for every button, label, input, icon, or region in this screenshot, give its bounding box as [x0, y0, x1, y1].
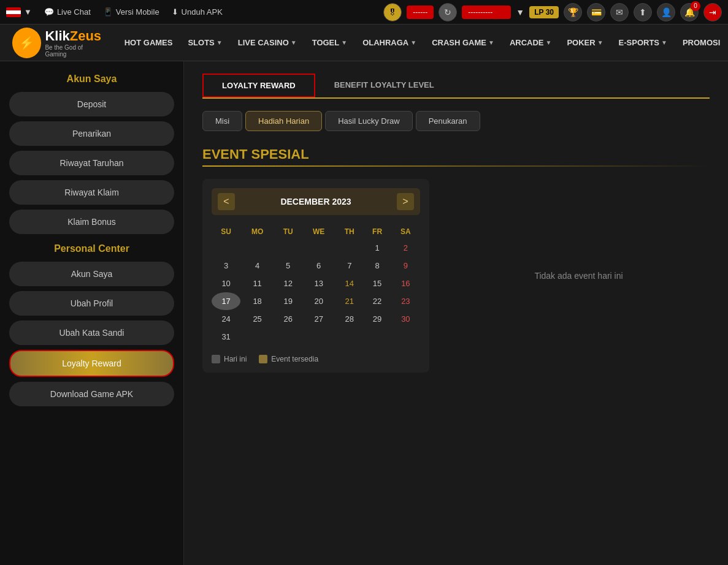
- calendar-day: [302, 328, 335, 346]
- calendar-day[interactable]: 25: [240, 310, 274, 328]
- calendar-day[interactable]: 31: [212, 328, 240, 346]
- calendar-day-headers: SU MO TU WE TH FR SA: [212, 224, 420, 239]
- calendar-day[interactable]: 21: [335, 292, 363, 310]
- nav-arcade[interactable]: ARCADE ▼: [504, 33, 558, 52]
- calendar-day[interactable]: 4: [240, 257, 274, 275]
- calendar-day[interactable]: 26: [274, 310, 302, 328]
- download-apk-button[interactable]: Download Game APK: [9, 382, 174, 406]
- calendar-day: [240, 239, 274, 257]
- sub-tab-hadiah-harian-label: Hadiah Harian: [258, 116, 309, 126]
- calendar-day[interactable]: 9: [391, 257, 420, 275]
- profile-icon-btn[interactable]: 👤: [657, 3, 675, 21]
- klaim-bonus-button[interactable]: Klaim Bonus: [9, 210, 174, 234]
- ubah-kata-sandi-button[interactable]: Ubah Kata Sandi: [9, 320, 174, 345]
- nav-live-casino[interactable]: LIVE CASINO ▼: [232, 33, 303, 52]
- calendar-day[interactable]: 6: [302, 257, 335, 275]
- sub-tab-hasil-lucky-draw[interactable]: Hasil Lucky Draw: [325, 111, 412, 131]
- nav-crash-game[interactable]: CRASH GAME ▼: [426, 33, 500, 52]
- calendar-day[interactable]: 18: [240, 292, 274, 310]
- logo-area: ⚡ KlikZeus Be the God of Gaming: [12, 28, 103, 58]
- sub-tab-hadiah-harian[interactable]: Hadiah Harian: [245, 111, 322, 131]
- calendar-day[interactable]: 10: [212, 275, 240, 292]
- nav-hot-games[interactable]: HOT GAMES: [118, 33, 179, 52]
- calendar-day[interactable]: 19: [274, 292, 302, 310]
- arcade-arrow-icon: ▼: [546, 39, 552, 46]
- sub-tab-misi[interactable]: Misi: [202, 111, 242, 131]
- nav-togel[interactable]: TOGEL ▼: [306, 33, 353, 52]
- calendar-day[interactable]: 29: [363, 310, 391, 328]
- olahraga-arrow-icon: ▼: [410, 39, 416, 46]
- calendar-week-row: 31: [212, 328, 420, 346]
- calendar-day[interactable]: 28: [335, 310, 363, 328]
- dropdown-arrow[interactable]: ▼: [516, 7, 524, 17]
- nav-arcade-label: ARCADE: [510, 38, 544, 47]
- calendar-day[interactable]: 5: [274, 257, 302, 275]
- coin-icon-btn[interactable]: 🎖: [383, 3, 402, 21]
- cal-next-button[interactable]: >: [397, 193, 414, 210]
- riwayat-klaim-button[interactable]: Riwayat Klaim: [9, 180, 174, 205]
- live-chat-link[interactable]: 💬 Live Chat: [44, 7, 91, 17]
- live-chat-label: Live Chat: [57, 7, 91, 17]
- calendar-day[interactable]: 23: [391, 292, 420, 310]
- nav-promosi[interactable]: PROMOSI: [676, 33, 726, 52]
- nav-olahraga[interactable]: OLAHRAGA ▼: [356, 33, 423, 52]
- calendar-day[interactable]: 11: [240, 275, 274, 292]
- nav-poker[interactable]: POKER ▼: [561, 33, 609, 52]
- mobile-label: Versi Mobile: [116, 7, 159, 17]
- calendar-day[interactable]: 27: [302, 310, 335, 328]
- flag-dropdown[interactable]: ▼: [6, 7, 32, 17]
- logo-tagline: Be the God of Gaming: [45, 44, 102, 58]
- calendar-legend: Hari ini Event tersedia: [212, 355, 420, 363]
- calendar-day[interactable]: 17: [212, 292, 240, 310]
- mail-icon-btn[interactable]: ✉: [610, 3, 629, 21]
- calendar-day[interactable]: 14: [335, 275, 363, 292]
- top-bar: ▼ 💬 Live Chat 📱 Versi Mobile ⬇ Unduh APK…: [0, 0, 728, 25]
- notif-count: 0: [691, 1, 700, 11]
- calendar-day[interactable]: 7: [335, 257, 363, 275]
- loyalty-reward-sidebar-button[interactable]: Loyalty Reward: [9, 350, 174, 377]
- sub-tab-penukaran[interactable]: Penukaran: [416, 111, 480, 131]
- calendar-week-row: 17181920212223: [212, 292, 420, 310]
- akun-saya-button[interactable]: Akun Saya: [9, 262, 174, 286]
- legend-event: Event tersedia: [259, 355, 318, 363]
- calendar-day[interactable]: 12: [274, 275, 302, 292]
- calendar-day: [363, 328, 391, 346]
- calendar-week-row: 12: [212, 239, 420, 257]
- download-apk-link[interactable]: ⬇ Unduh APK: [172, 7, 223, 17]
- tab-benefit-loyalty[interactable]: BENEFIT LOYALTY LEVEL: [315, 74, 453, 97]
- calendar-day[interactable]: 8: [363, 257, 391, 275]
- wallet-icon-btn[interactable]: 💳: [587, 3, 605, 21]
- riwayat-taruhan-button[interactable]: Riwayat Taruhan: [9, 151, 174, 175]
- calendar-day: [240, 328, 274, 346]
- calendar-day[interactable]: 3: [212, 257, 240, 275]
- mobile-version-link[interactable]: 📱 Versi Mobile: [103, 7, 159, 17]
- reward-icon-btn[interactable]: 🏆: [564, 3, 582, 21]
- deposit-icon-btn[interactable]: ⬆: [634, 3, 652, 21]
- tab-loyalty-reward[interactable]: LOYALTY REWARD: [202, 74, 315, 97]
- top-bar-left: ▼ 💬 Live Chat 📱 Versi Mobile ⬇ Unduh APK: [6, 7, 223, 17]
- deposit-button[interactable]: Deposit: [9, 92, 174, 116]
- calendar-day[interactable]: 15: [363, 275, 391, 292]
- logout-icon-btn[interactable]: ⇥: [703, 3, 722, 21]
- logo-klik: Klik: [45, 28, 69, 44]
- sidebar: Akun Saya Deposit Penarikan Riwayat Taru…: [0, 61, 184, 565]
- notification-icon-btn[interactable]: 🔔 0: [680, 3, 699, 21]
- live-casino-arrow-icon: ▼: [291, 39, 297, 46]
- penarikan-button[interactable]: Penarikan: [9, 121, 174, 146]
- calendar-day[interactable]: 30: [391, 310, 420, 328]
- cal-prev-button[interactable]: <: [218, 193, 235, 210]
- calendar-week-row: 24252627282930: [212, 310, 420, 328]
- calendar-day[interactable]: 16: [391, 275, 420, 292]
- nav-esports[interactable]: E-SPORTS ▼: [613, 33, 673, 52]
- refresh-icon-btn[interactable]: ↻: [439, 3, 457, 21]
- calendar-day[interactable]: 13: [302, 275, 335, 292]
- calendar-day[interactable]: 2: [391, 239, 420, 257]
- calendar-day[interactable]: 22: [363, 292, 391, 310]
- calendar-day[interactable]: 20: [302, 292, 335, 310]
- calendar-wrapper: < DECEMBER 2023 > SU MO TU WE TH FR: [202, 179, 710, 373]
- legend-today-label: Hari ini: [224, 355, 247, 363]
- ubah-profil-button[interactable]: Ubah Profil: [9, 291, 174, 316]
- nav-slots[interactable]: SLOTS ▼: [182, 33, 228, 52]
- calendar-day[interactable]: 24: [212, 310, 240, 328]
- calendar-day[interactable]: 1: [363, 239, 391, 257]
